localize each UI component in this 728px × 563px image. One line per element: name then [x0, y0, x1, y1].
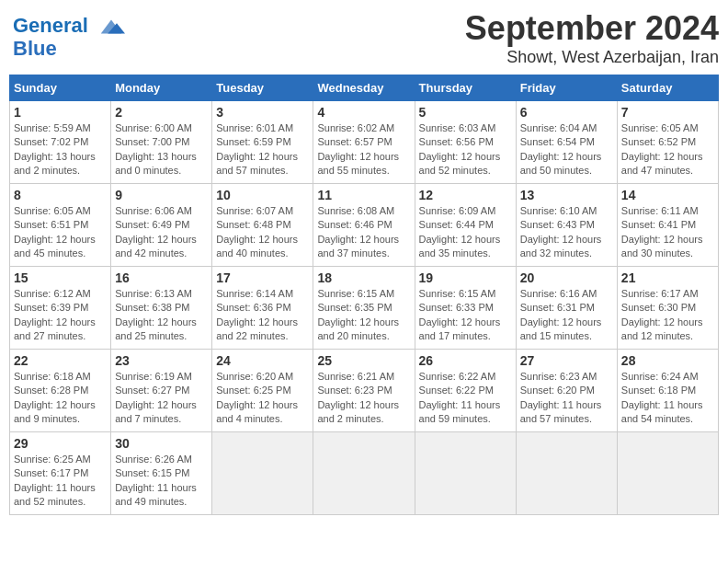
weekday-friday: Friday	[516, 75, 617, 101]
day-info: Sunrise: 6:04 AM Sunset: 6:54 PM Dayligh…	[520, 121, 613, 178]
calendar-cell: 5Sunrise: 6:03 AM Sunset: 6:56 PM Daylig…	[415, 101, 516, 184]
day-number: 2	[115, 105, 208, 120]
calendar-cell: 8Sunrise: 6:05 AM Sunset: 6:51 PM Daylig…	[10, 184, 111, 267]
calendar-cell: 11Sunrise: 6:08 AM Sunset: 6:46 PM Dayli…	[313, 184, 415, 267]
calendar-cell	[516, 432, 617, 515]
weekday-header-row: SundayMondayTuesdayWednesdayThursdayFrid…	[10, 75, 719, 101]
day-info: Sunrise: 6:02 AM Sunset: 6:57 PM Dayligh…	[317, 121, 410, 178]
day-info: Sunrise: 6:03 AM Sunset: 6:56 PM Dayligh…	[419, 121, 512, 178]
day-info: Sunrise: 6:05 AM Sunset: 6:51 PM Dayligh…	[14, 204, 107, 261]
day-info: Sunrise: 6:14 AM Sunset: 6:36 PM Dayligh…	[216, 287, 309, 344]
calendar-cell: 12Sunrise: 6:09 AM Sunset: 6:44 PM Dayli…	[415, 184, 516, 267]
calendar-cell: 7Sunrise: 6:05 AM Sunset: 6:52 PM Daylig…	[617, 101, 718, 184]
day-info: Sunrise: 6:15 AM Sunset: 6:33 PM Dayligh…	[419, 287, 512, 344]
location-title: Showt, West Azerbaijan, Iran	[465, 48, 719, 67]
day-info: Sunrise: 6:06 AM Sunset: 6:49 PM Dayligh…	[115, 204, 208, 261]
week-row-3: 15Sunrise: 6:12 AM Sunset: 6:39 PM Dayli…	[10, 267, 719, 350]
calendar-cell: 25Sunrise: 6:21 AM Sunset: 6:23 PM Dayli…	[313, 350, 415, 432]
calendar-cell: 27Sunrise: 6:23 AM Sunset: 6:20 PM Dayli…	[516, 350, 617, 432]
calendar-cell: 26Sunrise: 6:22 AM Sunset: 6:22 PM Dayli…	[415, 350, 516, 432]
day-info: Sunrise: 6:22 AM Sunset: 6:22 PM Dayligh…	[419, 370, 512, 427]
logo: General Blue	[9, 9, 129, 64]
calendar-cell: 13Sunrise: 6:10 AM Sunset: 6:43 PM Dayli…	[516, 184, 617, 267]
day-number: 11	[317, 188, 410, 202]
day-info: Sunrise: 6:05 AM Sunset: 6:52 PM Dayligh…	[621, 121, 714, 178]
day-info: Sunrise: 6:18 AM Sunset: 6:28 PM Dayligh…	[14, 370, 107, 427]
day-number: 22	[14, 353, 107, 368]
day-info: Sunrise: 6:17 AM Sunset: 6:30 PM Dayligh…	[621, 287, 714, 344]
weekday-sunday: Sunday	[10, 75, 111, 101]
week-row-5: 29Sunrise: 6:25 AM Sunset: 6:17 PM Dayli…	[10, 432, 719, 515]
day-number: 29	[14, 436, 107, 451]
day-info: Sunrise: 6:00 AM Sunset: 7:00 PM Dayligh…	[115, 121, 208, 178]
calendar-cell	[313, 432, 415, 515]
day-info: Sunrise: 6:21 AM Sunset: 6:23 PM Dayligh…	[317, 370, 410, 427]
day-number: 14	[621, 188, 714, 202]
day-number: 21	[621, 270, 714, 285]
week-row-4: 22Sunrise: 6:18 AM Sunset: 6:28 PM Dayli…	[10, 350, 719, 432]
day-info: Sunrise: 6:19 AM Sunset: 6:27 PM Dayligh…	[115, 370, 208, 427]
day-number: 28	[621, 353, 714, 368]
calendar-cell: 14Sunrise: 6:11 AM Sunset: 6:41 PM Dayli…	[617, 184, 718, 267]
weekday-tuesday: Tuesday	[212, 75, 313, 101]
calendar-cell: 28Sunrise: 6:24 AM Sunset: 6:18 PM Dayli…	[617, 350, 718, 432]
calendar-cell: 4Sunrise: 6:02 AM Sunset: 6:57 PM Daylig…	[313, 101, 415, 184]
day-number: 13	[520, 188, 613, 202]
weekday-monday: Monday	[111, 75, 212, 101]
day-info: Sunrise: 6:10 AM Sunset: 6:43 PM Dayligh…	[520, 204, 613, 261]
calendar-cell: 6Sunrise: 6:04 AM Sunset: 6:54 PM Daylig…	[516, 101, 617, 184]
calendar-cell	[617, 432, 718, 515]
calendar-cell: 3Sunrise: 6:01 AM Sunset: 6:59 PM Daylig…	[212, 101, 313, 184]
day-number: 3	[216, 105, 309, 120]
calendar-cell: 19Sunrise: 6:15 AM Sunset: 6:33 PM Dayli…	[415, 267, 516, 350]
day-number: 1	[14, 105, 107, 120]
calendar-cell: 16Sunrise: 6:13 AM Sunset: 6:38 PM Dayli…	[111, 267, 212, 350]
day-number: 15	[14, 270, 107, 285]
week-row-1: 1Sunrise: 5:59 AM Sunset: 7:02 PM Daylig…	[10, 101, 719, 184]
calendar-table: SundayMondayTuesdayWednesdayThursdayFrid…	[9, 75, 719, 515]
calendar-cell: 21Sunrise: 6:17 AM Sunset: 6:30 PM Dayli…	[617, 267, 718, 350]
calendar-cell	[212, 432, 313, 515]
day-number: 7	[621, 105, 714, 120]
calendar-cell: 24Sunrise: 6:20 AM Sunset: 6:25 PM Dayli…	[212, 350, 313, 432]
day-number: 24	[216, 353, 309, 368]
day-info: Sunrise: 6:13 AM Sunset: 6:38 PM Dayligh…	[115, 287, 208, 344]
calendar-cell: 15Sunrise: 6:12 AM Sunset: 6:39 PM Dayli…	[10, 267, 111, 350]
day-number: 9	[115, 188, 208, 202]
calendar-cell: 10Sunrise: 6:07 AM Sunset: 6:48 PM Dayli…	[212, 184, 313, 267]
calendar-cell: 2Sunrise: 6:00 AM Sunset: 7:00 PM Daylig…	[111, 101, 212, 184]
weekday-wednesday: Wednesday	[313, 75, 415, 101]
day-info: Sunrise: 5:59 AM Sunset: 7:02 PM Dayligh…	[14, 121, 107, 178]
day-info: Sunrise: 6:09 AM Sunset: 6:44 PM Dayligh…	[419, 204, 512, 261]
day-number: 12	[419, 188, 512, 202]
day-number: 26	[419, 353, 512, 368]
calendar-cell: 9Sunrise: 6:06 AM Sunset: 6:49 PM Daylig…	[111, 184, 212, 267]
day-number: 23	[115, 353, 208, 368]
title-area: September 2024 Showt, West Azerbaijan, I…	[465, 9, 719, 67]
day-info: Sunrise: 6:26 AM Sunset: 6:15 PM Dayligh…	[115, 453, 208, 510]
month-title: September 2024	[465, 9, 719, 48]
day-number: 25	[317, 353, 410, 368]
day-info: Sunrise: 6:23 AM Sunset: 6:20 PM Dayligh…	[520, 370, 613, 427]
week-row-2: 8Sunrise: 6:05 AM Sunset: 6:51 PM Daylig…	[10, 184, 719, 267]
day-number: 19	[419, 270, 512, 285]
day-number: 6	[520, 105, 613, 120]
day-number: 16	[115, 270, 208, 285]
calendar-cell	[415, 432, 516, 515]
day-info: Sunrise: 6:24 AM Sunset: 6:18 PM Dayligh…	[621, 370, 714, 427]
day-info: Sunrise: 6:11 AM Sunset: 6:41 PM Dayligh…	[621, 204, 714, 261]
day-number: 20	[520, 270, 613, 285]
day-info: Sunrise: 6:25 AM Sunset: 6:17 PM Dayligh…	[14, 453, 107, 510]
day-number: 27	[520, 353, 613, 368]
day-info: Sunrise: 6:15 AM Sunset: 6:35 PM Dayligh…	[317, 287, 410, 344]
day-info: Sunrise: 6:08 AM Sunset: 6:46 PM Dayligh…	[317, 204, 410, 261]
day-info: Sunrise: 6:12 AM Sunset: 6:39 PM Dayligh…	[14, 287, 107, 344]
calendar-cell: 30Sunrise: 6:26 AM Sunset: 6:15 PM Dayli…	[111, 432, 212, 515]
day-number: 4	[317, 105, 410, 120]
day-info: Sunrise: 6:20 AM Sunset: 6:25 PM Dayligh…	[216, 370, 309, 427]
day-number: 5	[419, 105, 512, 120]
day-number: 17	[216, 270, 309, 285]
day-number: 30	[115, 436, 208, 451]
calendar-cell: 20Sunrise: 6:16 AM Sunset: 6:31 PM Dayli…	[516, 267, 617, 350]
calendar-body: 1Sunrise: 5:59 AM Sunset: 7:02 PM Daylig…	[10, 101, 719, 515]
